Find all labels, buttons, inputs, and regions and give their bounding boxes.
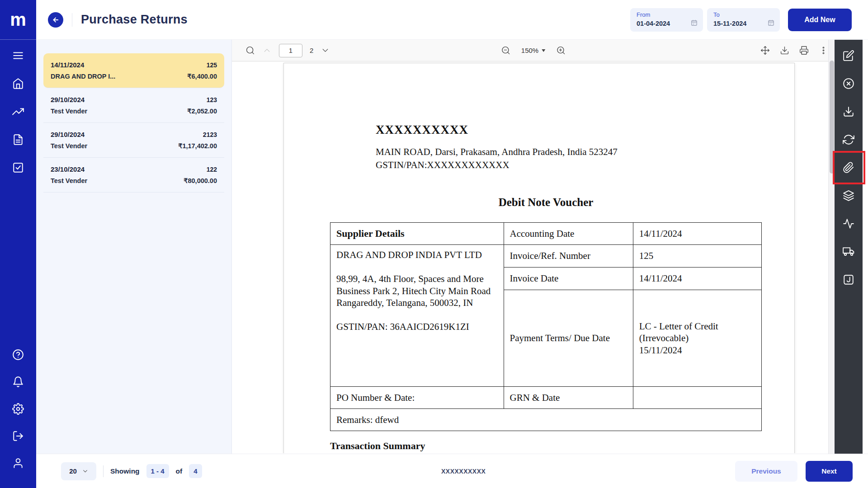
supplier-address: 98,99, 4A, 4th Floor, Spaces and More Bu…	[336, 273, 498, 309]
item-vendor: Test Vender	[51, 177, 87, 184]
from-date-value: 01-04-2024	[637, 20, 670, 27]
cancel-x-circle-button[interactable]	[835, 70, 863, 98]
item-vendor: Test Vender	[51, 108, 87, 115]
top-header: Purchase Returns From 01-04-2024 To 15-1…	[36, 0, 868, 40]
print-icon[interactable]	[799, 46, 809, 55]
header-actions: From 01-04-2024 To 15-11-2024 Add New	[630, 8, 868, 32]
search-icon[interactable]	[245, 46, 255, 55]
total-count-badge: 4	[189, 464, 202, 478]
approvals-check-square-icon[interactable]	[12, 162, 24, 174]
row-value: 14/11/2024	[633, 223, 761, 245]
next-button[interactable]: Next	[806, 461, 853, 482]
document-company-name: XXXXXXXXXX	[376, 123, 762, 137]
row-label: Invoice/Ref. Number	[504, 245, 633, 267]
footer-center-text: XXXXXXXXXX	[441, 468, 486, 475]
grn-date-value	[633, 387, 761, 409]
item-amount: ₹6,400.00	[187, 73, 217, 80]
item-amount: ₹1,17,402.00	[178, 142, 217, 150]
item-date: 29/10/2024	[51, 131, 85, 138]
list-item[interactable]: 23/10/2024 122 Test Vender ₹80,000.00	[43, 158, 224, 192]
documents-icon[interactable]	[12, 134, 24, 145]
table-row: PO Number & Date: GRN & Date	[330, 387, 762, 409]
zoom-in-icon[interactable]	[556, 46, 566, 55]
document-page: XXXXXXXXXX MAIN ROAD, Darsi, Prakasam, A…	[283, 63, 795, 453]
journal-button[interactable]	[835, 266, 863, 294]
settings-gear-icon[interactable]	[12, 403, 24, 415]
item-number: 2123	[203, 131, 217, 138]
purchase-returns-list: 14/11/2024 125 DRAG AND DROP I... ₹6,400…	[36, 40, 232, 454]
page-total: 2	[310, 47, 313, 54]
remarks-cell: Remarks: dfewd	[330, 409, 762, 431]
row-label: Accounting Date	[504, 223, 633, 245]
from-date-filter[interactable]: From 01-04-2024	[630, 8, 703, 32]
previous-page-chevron-up-icon[interactable]	[262, 46, 272, 55]
supplier-gstin: GSTIN/PAN: 36AAICD2619K1ZI	[336, 321, 498, 333]
profile-user-icon[interactable]	[12, 457, 24, 469]
item-amount: ₹2,052.00	[187, 108, 217, 115]
refresh-button[interactable]	[835, 126, 863, 154]
back-button[interactable]	[48, 12, 63, 28]
page-size-value: 20	[69, 467, 77, 475]
supplier-details-header: Supplier Details	[330, 223, 504, 245]
menu-icon[interactable]	[12, 50, 24, 61]
sidebar-bottom-nav	[12, 349, 24, 488]
zoom-out-icon[interactable]	[501, 46, 510, 55]
layers-button[interactable]	[835, 182, 863, 210]
next-page-chevron-down-icon[interactable]	[321, 46, 330, 55]
home-icon[interactable]	[12, 78, 24, 89]
document-company-gstin: GSTIN/PAN:XXXXXXXXXXXX	[376, 160, 762, 171]
calendar-icon[interactable]	[768, 19, 774, 28]
footer-divider	[103, 465, 104, 477]
page-number-input[interactable]	[279, 44, 302, 57]
logout-icon[interactable]	[12, 430, 24, 442]
help-icon[interactable]	[12, 349, 24, 361]
edit-button[interactable]	[835, 42, 863, 70]
from-date-label: From	[637, 11, 698, 18]
previous-button[interactable]: Previous	[735, 461, 797, 482]
supplier-details-cell: DRAG AND DROP INDIA PVT LTD 98,99, 4A, 4…	[330, 245, 504, 387]
item-date: 29/10/2024	[51, 96, 85, 103]
record-actions-toolbar	[835, 40, 863, 454]
transaction-summary-heading: Transaction Summary	[330, 440, 762, 452]
row-value: LC - Letter of Credit (Irrevocable) 15/1…	[633, 290, 761, 387]
bottom-pagination-bar: 20 Showing 1 - 4 of 4 XXXXXXXXXX Previou…	[36, 454, 868, 488]
to-date-label: To	[713, 11, 774, 18]
chevron-down-icon	[82, 468, 88, 474]
table-row: Supplier Details Accounting Date 14/11/2…	[330, 223, 762, 245]
app-sidebar: m	[0, 0, 36, 488]
pdf-toolbar: 2 150%	[232, 40, 835, 61]
to-date-filter[interactable]: To 15-11-2024	[707, 8, 780, 32]
row-value: 14/11/2024	[633, 267, 761, 290]
page-size-select[interactable]: 20	[61, 462, 96, 480]
item-vendor: DRAG AND DROP I...	[51, 73, 115, 80]
showing-label: Showing	[110, 467, 140, 475]
download-icon[interactable]	[780, 46, 789, 55]
table-row: Remarks: dfewd	[330, 409, 762, 431]
viewer-scrollbar[interactable]	[828, 40, 835, 454]
more-options-icon[interactable]	[819, 46, 828, 55]
scrollbar-thumb[interactable]	[830, 61, 834, 174]
notifications-bell-icon[interactable]	[12, 376, 24, 388]
pan-move-icon[interactable]	[760, 46, 770, 55]
caret-down-icon	[542, 49, 545, 52]
activity-log-button[interactable]	[835, 210, 863, 238]
row-value: 125	[633, 245, 761, 267]
zoom-level-select[interactable]: 150%	[521, 47, 545, 54]
trending-up-icon[interactable]	[12, 106, 24, 117]
supplier-name: DRAG AND DROP INDIA PVT LTD	[336, 249, 498, 261]
list-item[interactable]: 29/10/2024 2123 Test Vender ₹1,17,402.00	[43, 123, 224, 158]
add-new-button[interactable]: Add New	[788, 9, 852, 31]
list-item[interactable]: 14/11/2024 125 DRAG AND DROP I... ₹6,400…	[43, 53, 224, 88]
download-record-button[interactable]	[835, 98, 863, 126]
delivery-truck-button[interactable]	[835, 238, 863, 266]
zoom-level-value: 150%	[521, 47, 538, 54]
voucher-table: Supplier Details Accounting Date 14/11/2…	[330, 222, 762, 431]
attachment-paperclip-button[interactable]	[835, 154, 863, 182]
app-logo[interactable]: m	[0, 0, 36, 40]
header-divider	[72, 13, 72, 27]
item-number: 122	[207, 166, 217, 173]
item-vendor: Test Vender	[51, 142, 87, 150]
list-item[interactable]: 29/10/2024 123 Test Vender ₹2,052.00	[43, 88, 224, 123]
calendar-icon[interactable]	[691, 19, 698, 28]
document-area[interactable]: XXXXXXXXXX MAIN ROAD, Darsi, Prakasam, A…	[232, 61, 835, 453]
